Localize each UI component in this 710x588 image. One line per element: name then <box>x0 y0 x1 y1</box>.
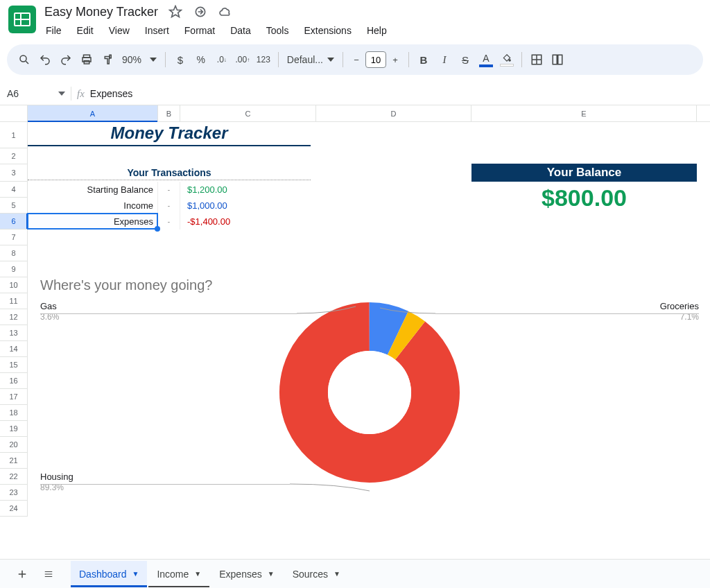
menu-format[interactable]: Format <box>178 22 222 39</box>
transaction-dash: - <box>158 182 180 198</box>
font-size-input[interactable] <box>365 51 386 68</box>
chart-label-groceries: Groceries7.1% <box>660 301 699 322</box>
row-header[interactable]: 19 <box>0 421 28 437</box>
row-header[interactable]: 6 <box>0 214 28 230</box>
svg-point-13 <box>328 351 411 434</box>
move-icon[interactable] <box>193 4 208 19</box>
transactions-header: Your Transactions <box>28 165 311 180</box>
row-header[interactable]: 3 <box>0 164 28 182</box>
toolbar: 90% $ % .0↓ .00↑ 123 Defaul... − + B I S… <box>7 44 703 75</box>
chevron-down-icon[interactable]: ▼ <box>194 570 201 578</box>
merge-icon[interactable] <box>547 49 568 70</box>
row-header[interactable]: 17 <box>0 389 28 405</box>
document-title[interactable]: Easy Money Tracker <box>44 5 158 19</box>
svg-rect-8 <box>553 55 557 64</box>
select-all-corner[interactable] <box>0 105 28 121</box>
menu-tools[interactable]: Tools <box>259 22 296 39</box>
menu-bar: File Edit View Insert Format Data Tools … <box>44 22 394 39</box>
balance-header: Your Balance <box>471 164 697 182</box>
menu-edit[interactable]: Edit <box>70 22 101 39</box>
menu-view[interactable]: View <box>102 22 137 39</box>
menu-insert[interactable]: Insert <box>138 22 176 39</box>
menu-help[interactable]: Help <box>360 22 394 39</box>
redo-icon[interactable] <box>55 49 76 70</box>
currency-icon[interactable]: $ <box>170 49 191 70</box>
transaction-label: Expenses <box>28 214 158 230</box>
paint-format-icon[interactable] <box>97 49 118 70</box>
transaction-value: $1,200.00 <box>180 182 311 198</box>
transaction-dash: - <box>158 198 180 214</box>
tab-sources[interactable]: Sources▼ <box>284 561 349 587</box>
all-sheets-icon[interactable] <box>36 562 61 587</box>
row-header[interactable]: 4 <box>0 182 28 198</box>
bold-icon[interactable]: B <box>413 49 434 70</box>
cloud-icon[interactable] <box>218 4 233 19</box>
chevron-down-icon[interactable]: ▼ <box>132 570 139 578</box>
svg-rect-9 <box>558 55 562 64</box>
column-header-e[interactable]: E <box>471 105 697 121</box>
search-icon[interactable] <box>14 49 35 70</box>
row-header[interactable]: 23 <box>0 485 28 501</box>
spreadsheet-grid[interactable]: A B C D E 123456789101112131415161718192… <box>0 105 710 520</box>
row-header[interactable]: 14 <box>0 341 28 357</box>
chart-title: Where's your money going? <box>40 277 212 293</box>
row-header[interactable]: 1 <box>0 122 28 148</box>
tab-income[interactable]: Income▼ <box>148 561 209 587</box>
menu-data[interactable]: Data <box>223 22 258 39</box>
row-header[interactable]: 11 <box>0 293 28 309</box>
fill-color-icon[interactable] <box>496 49 517 70</box>
row-header[interactable]: 24 <box>0 501 28 517</box>
fx-icon: fx <box>71 88 90 100</box>
column-header-c[interactable]: C <box>180 105 316 121</box>
row-header[interactable]: 2 <box>0 148 28 164</box>
row-header[interactable]: 22 <box>0 469 28 485</box>
strikethrough-icon[interactable]: S <box>455 49 476 70</box>
add-sheet-icon[interactable] <box>10 562 35 587</box>
svg-point-6 <box>509 59 510 60</box>
print-icon[interactable] <box>76 49 97 70</box>
increase-font-icon[interactable]: + <box>386 51 404 69</box>
row-header[interactable]: 8 <box>0 245 28 261</box>
row-header[interactable]: 10 <box>0 277 28 293</box>
formula-input[interactable]: Expenses <box>90 88 132 99</box>
row-header[interactable]: 15 <box>0 357 28 373</box>
tab-dashboard[interactable]: Dashboard▼ <box>71 561 147 587</box>
number-format-icon[interactable]: 123 <box>253 49 274 70</box>
row-header[interactable]: 7 <box>0 230 28 245</box>
decrease-font-icon[interactable]: − <box>347 51 365 69</box>
svg-marker-0 <box>170 6 182 17</box>
transaction-label: Starting Balance <box>28 182 158 198</box>
column-header-d[interactable]: D <box>316 105 471 121</box>
row-header[interactable]: 13 <box>0 325 28 341</box>
donut-chart[interactable]: Gas3.6% Groceries7.1% Housing89.3% <box>40 295 699 517</box>
increase-decimal-icon[interactable]: .00↑ <box>232 49 253 70</box>
percent-icon[interactable]: % <box>191 49 211 70</box>
row-header[interactable]: 12 <box>0 309 28 325</box>
chevron-down-icon[interactable]: ▼ <box>268 570 275 578</box>
sheets-logo[interactable] <box>8 6 36 33</box>
column-header-a[interactable]: A <box>28 105 158 121</box>
row-header[interactable]: 16 <box>0 373 28 389</box>
borders-icon[interactable] <box>526 49 547 70</box>
row-header[interactable]: 21 <box>0 453 28 469</box>
row-header[interactable]: 18 <box>0 405 28 421</box>
tab-expenses[interactable]: Expenses▼ <box>211 561 282 587</box>
font-family-select[interactable]: Defaul... <box>283 54 338 65</box>
row-header[interactable]: 5 <box>0 198 28 214</box>
undo-icon[interactable] <box>35 49 55 70</box>
decrease-decimal-icon[interactable]: .0↓ <box>211 49 232 70</box>
italic-icon[interactable]: I <box>434 49 455 70</box>
row-header[interactable]: 20 <box>0 437 28 453</box>
menu-file[interactable]: File <box>44 22 69 39</box>
transaction-label: Income <box>28 198 158 214</box>
chevron-down-icon[interactable]: ▼ <box>334 570 340 578</box>
sheet-tab-bar: Dashboard▼ Income▼ Expenses▼ Sources▼ <box>0 559 710 588</box>
name-box[interactable]: A6 <box>0 88 71 99</box>
menu-extensions[interactable]: Extensions <box>297 22 358 39</box>
transaction-value: -$1,400.00 <box>180 214 311 230</box>
zoom-select[interactable]: 90% <box>118 54 161 65</box>
column-header-b[interactable]: B <box>158 105 180 121</box>
row-header[interactable]: 9 <box>0 261 28 277</box>
star-icon[interactable] <box>168 4 183 19</box>
text-color-icon[interactable]: A <box>476 49 496 70</box>
